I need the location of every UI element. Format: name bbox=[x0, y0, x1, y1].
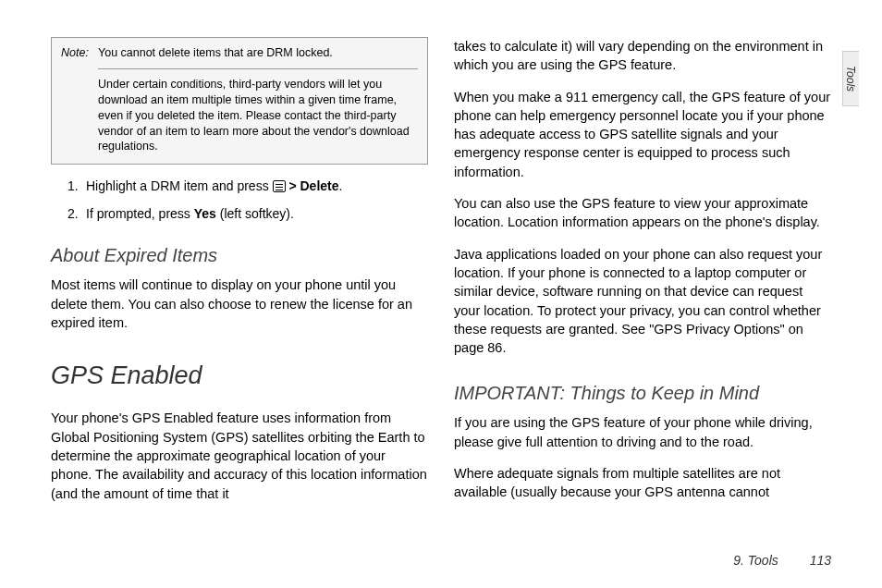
yes-label: Yes bbox=[194, 206, 216, 221]
note-text-1: You cannot delete items that are DRM loc… bbox=[98, 45, 418, 61]
page-footer: 9. Tools 113 bbox=[733, 553, 831, 568]
step-number: 2. bbox=[67, 205, 86, 224]
paragraph: Where adequate signals from multiple sat… bbox=[454, 464, 831, 502]
note-label: Note: bbox=[61, 45, 98, 61]
menu-icon bbox=[273, 180, 286, 192]
note-box: Note: You cannot delete items that are D… bbox=[51, 37, 428, 165]
step-2: 2. If prompted, press Yes (left softkey)… bbox=[67, 205, 428, 224]
paragraph: When you make a 911 emergency call, the … bbox=[454, 88, 831, 181]
paragraph: takes to calculate it) will vary dependi… bbox=[454, 37, 831, 75]
steps-list: 1. Highlight a DRM item and press > Dele… bbox=[67, 178, 428, 232]
side-section-tab: Tools bbox=[842, 51, 859, 106]
gt-symbol: > bbox=[286, 178, 300, 193]
paragraph: If you are using the GPS feature of your… bbox=[454, 413, 831, 451]
delete-label: Delete bbox=[300, 178, 339, 193]
step-text: If prompted, press Yes (left softkey). bbox=[86, 205, 428, 224]
left-column: Note: You cannot delete items that are D… bbox=[51, 37, 428, 499]
paragraph: Your phone's GPS Enabled feature uses in… bbox=[51, 409, 428, 502]
footer-chapter: 9. Tools bbox=[733, 553, 778, 568]
paragraph: Most items will continue to display on y… bbox=[51, 276, 428, 332]
side-tab-label: Tools bbox=[845, 66, 858, 92]
note-text-2: Under certain conditions, third-party ve… bbox=[98, 77, 418, 154]
page-content: Note: You cannot delete items that are D… bbox=[0, 0, 882, 536]
footer-page-number: 113 bbox=[810, 553, 831, 568]
step-number: 1. bbox=[67, 178, 86, 196]
right-column: takes to calculate it) will vary dependi… bbox=[454, 37, 831, 499]
heading-gps-enabled: GPS Enabled bbox=[51, 361, 428, 390]
text-fragment: If prompted, press bbox=[86, 206, 194, 221]
paragraph: Java applications loaded on your phone c… bbox=[454, 245, 831, 358]
subheading-important: IMPORTANT: Things to Keep in Mind bbox=[454, 383, 831, 404]
text-fragment: . bbox=[339, 178, 343, 193]
step-text: Highlight a DRM item and press > Delete. bbox=[86, 178, 428, 196]
note-divider bbox=[98, 68, 418, 69]
step-1: 1. Highlight a DRM item and press > Dele… bbox=[67, 178, 428, 196]
subheading-expired: About Expired Items bbox=[51, 245, 428, 266]
text-fragment: Highlight a DRM item and press bbox=[86, 178, 273, 193]
paragraph: You can also use the GPS feature to view… bbox=[454, 194, 831, 232]
text-fragment: (left softkey). bbox=[216, 206, 294, 221]
